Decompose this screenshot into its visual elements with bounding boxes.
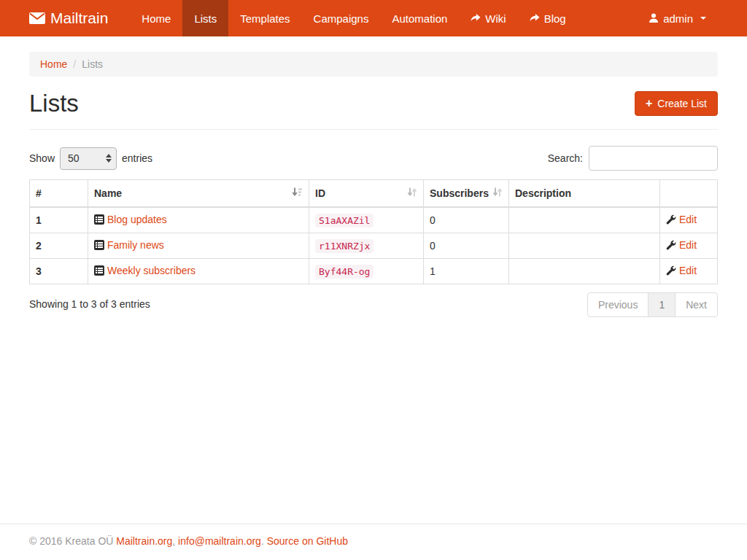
nav-item-label: Wiki	[485, 12, 506, 25]
list-link[interactable]: Blog updates	[94, 214, 167, 225]
table-header-row: # Name ID Subscribers	[30, 180, 718, 208]
header-id[interactable]: ID	[309, 180, 424, 208]
row-edit-cell: Edit	[660, 233, 718, 259]
site-footer: © 2016 Kreata OÜ Mailtrain.org, info@mai…	[0, 524, 747, 560]
header-subscribers[interactable]: Subscribers	[424, 180, 509, 208]
wrench-icon	[666, 240, 676, 250]
email-link[interactable]: info@mailtrain.org	[178, 535, 261, 547]
sort-desc-icon	[292, 187, 303, 200]
list-id: Byf44R-og	[315, 265, 374, 279]
external-share-icon	[471, 13, 481, 23]
page-length-select[interactable]: 50	[61, 148, 116, 169]
table-info: Showing 1 to 3 of 3 entries	[29, 292, 150, 310]
row-edit-cell: Edit	[660, 259, 718, 284]
sort-both-icon	[407, 187, 417, 200]
nav-item-label: Campaigns	[314, 12, 369, 25]
wrench-icon	[666, 214, 676, 225]
footer-separator: ,	[172, 535, 178, 547]
page-length-control: Show 50 entries	[29, 147, 152, 170]
search-label: Search:	[548, 152, 583, 164]
edit-link[interactable]: Edit	[666, 265, 697, 276]
list-name: Weekly subscribers	[107, 265, 196, 276]
table-controls: Show 50 entries Search:	[29, 146, 718, 171]
row-index: 1	[30, 207, 88, 233]
list-alt-icon	[94, 240, 104, 250]
list-id: r11XNRZjx	[315, 239, 374, 253]
nav-item-automation[interactable]: Automation	[380, 0, 459, 36]
nav-item-lists[interactable]: Lists	[182, 0, 228, 36]
row-name-cell: Blog updates	[88, 207, 309, 233]
list-name: Blog updates	[107, 214, 167, 225]
nav-item-label: Blog	[544, 12, 566, 25]
page-length-select-wrap: 50	[60, 147, 117, 170]
row-description-cell	[509, 207, 660, 233]
footer-separator: .	[261, 535, 267, 547]
list-link[interactable]: Weekly subscribers	[94, 265, 196, 276]
nav-item-blog[interactable]: Blog	[518, 0, 578, 36]
search-input[interactable]	[589, 146, 718, 171]
breadcrumb-divider: /	[73, 58, 76, 70]
edit-label: Edit	[679, 214, 697, 225]
row-name-cell: Weekly subscribers	[88, 259, 309, 284]
mailtrain-org-link[interactable]: Mailtrain.org	[116, 535, 172, 547]
search-control: Search:	[548, 146, 718, 171]
nav-item-wiki[interactable]: Wiki	[459, 0, 517, 36]
edit-label: Edit	[679, 239, 697, 251]
header-name[interactable]: Name	[88, 180, 309, 208]
row-subscribers-cell: 0	[424, 233, 509, 259]
header-index[interactable]: #	[30, 180, 88, 208]
pagination-next-button[interactable]: Next	[675, 292, 718, 317]
entries-label: entries	[122, 152, 152, 164]
nav-item-home[interactable]: Home	[130, 0, 182, 36]
page-header: Lists + Create List	[29, 90, 718, 130]
breadcrumb: Home / Lists	[29, 52, 718, 77]
nav-item-templates[interactable]: Templates	[228, 0, 301, 36]
row-index: 3	[30, 259, 88, 284]
edit-link[interactable]: Edit	[666, 214, 697, 225]
table-row: 3 Weekly subscribers Byf44R-og 1	[30, 259, 718, 284]
header-subscribers-label: Subscribers	[430, 187, 489, 199]
breadcrumb-current: Lists	[82, 58, 103, 70]
list-alt-icon	[94, 265, 104, 276]
user-icon	[649, 13, 659, 23]
header-actions	[660, 180, 718, 208]
create-list-label: Create List	[657, 98, 707, 109]
envelope-icon	[29, 12, 45, 24]
table-row: 2 Family news r11XNRZjx 0	[30, 233, 718, 259]
header-id-label: ID	[315, 187, 325, 199]
row-subscribers-cell: 0	[424, 207, 509, 233]
sort-both-icon	[492, 187, 503, 200]
edit-label: Edit	[679, 265, 697, 276]
user-menu[interactable]: admin	[637, 0, 718, 36]
header-description[interactable]: Description	[509, 180, 660, 208]
wrench-icon	[666, 265, 676, 276]
row-id-cell: r11XNRZjx	[309, 233, 424, 259]
external-share-icon	[530, 13, 540, 23]
row-edit-cell: Edit	[660, 207, 718, 233]
show-label: Show	[29, 152, 55, 164]
create-list-button[interactable]: + Create List	[635, 91, 718, 116]
pagination-previous-button[interactable]: Previous	[587, 292, 649, 317]
user-label: admin	[663, 12, 693, 25]
source-github-link[interactable]: Source on GitHub	[267, 535, 348, 547]
breadcrumb-home-link[interactable]: Home	[40, 58, 67, 70]
list-id: S1aAXAZil	[315, 214, 374, 228]
row-name-cell: Family news	[88, 233, 309, 259]
nav-items: Home Lists Templates Campaigns Automatio…	[130, 0, 577, 36]
brand-label: Mailtrain	[50, 9, 108, 27]
brand-link[interactable]: Mailtrain	[29, 0, 108, 36]
list-alt-icon	[94, 214, 104, 225]
list-name: Family news	[107, 239, 164, 251]
nav-item-campaigns[interactable]: Campaigns	[302, 0, 381, 36]
copyright-text: © 2016 Kreata OÜ	[29, 535, 113, 547]
row-id-cell: S1aAXAZil	[309, 207, 424, 233]
row-index: 2	[30, 233, 88, 259]
table-row: 1 Blog updates S1aAXAZil 0	[30, 207, 718, 233]
pagination-page-1-button[interactable]: 1	[648, 292, 676, 317]
header-name-label: Name	[94, 187, 122, 199]
nav-item-label: Templates	[240, 12, 290, 25]
table-footer: Showing 1 to 3 of 3 entries Previous 1 N…	[29, 292, 718, 317]
nav-item-label: Automation	[392, 12, 447, 25]
edit-link[interactable]: Edit	[666, 239, 697, 251]
list-link[interactable]: Family news	[94, 239, 164, 251]
